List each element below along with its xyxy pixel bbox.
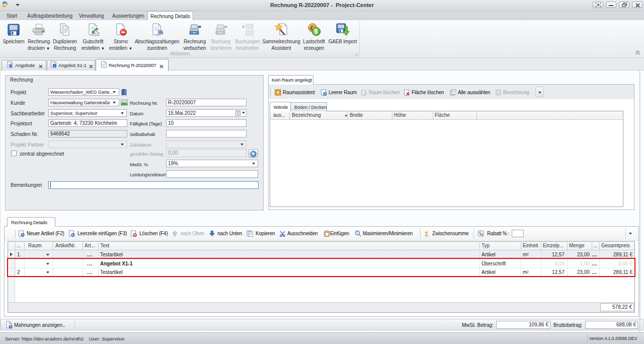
svg-text:!?: !? — [10, 64, 13, 67]
svg-text:$: $ — [314, 28, 318, 35]
svg-text:i: i — [54, 64, 55, 67]
svg-text:Σ: Σ — [425, 231, 429, 237]
svg-text:%: % — [480, 232, 484, 237]
svg-text:%: % — [158, 29, 164, 36]
